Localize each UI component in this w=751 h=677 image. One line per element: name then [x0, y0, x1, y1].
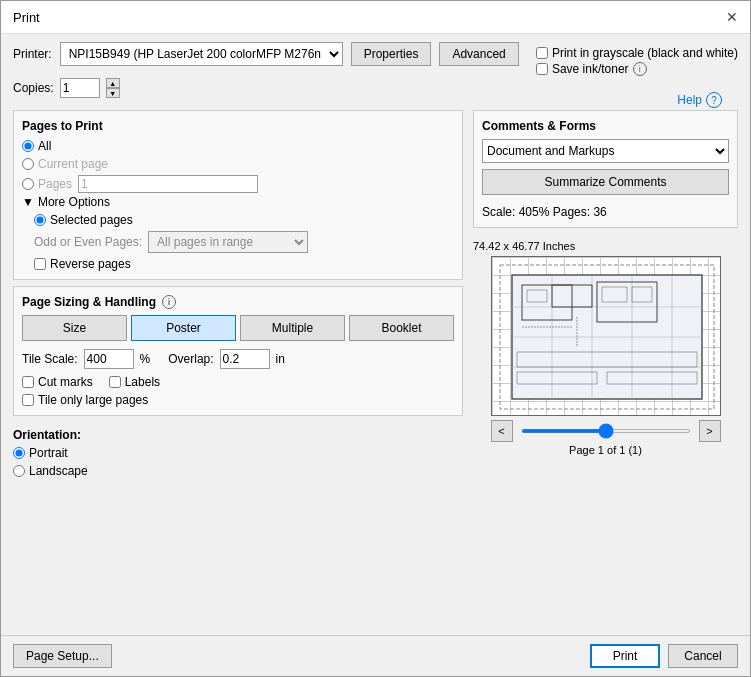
triangle-icon: ▼	[22, 195, 34, 209]
portrait-radio[interactable]	[13, 447, 25, 459]
size-button[interactable]: Size	[22, 315, 127, 341]
overlap-unit: in	[276, 352, 285, 366]
reverse-checkbox[interactable]	[34, 258, 46, 270]
preview-svg	[492, 257, 721, 416]
properties-button[interactable]: Properties	[351, 42, 432, 66]
portrait-label[interactable]: Portrait	[13, 446, 463, 460]
page-sizing-title: Page Sizing & Handling i	[22, 295, 454, 309]
next-button[interactable]: >	[699, 420, 721, 442]
summarize-button[interactable]: Summarize Comments	[482, 169, 729, 195]
printer-select[interactable]: NPI15B949 (HP LaserJet 200 colorMFP M276…	[60, 42, 343, 66]
printer-row: Printer: NPI15B949 (HP LaserJet 200 colo…	[13, 42, 519, 66]
top-controls: Printer: NPI15B949 (HP LaserJet 200 colo…	[13, 42, 738, 104]
landscape-text: Landscape	[29, 464, 88, 478]
tile-only-checkbox[interactable]	[22, 394, 34, 406]
booklet-button[interactable]: Booklet	[349, 315, 454, 341]
page-sizing-info-icon: i	[162, 295, 176, 309]
sizing-buttons: Size Poster Multiple Booklet	[22, 315, 454, 341]
odd-even-row: Odd or Even Pages: All pages in range	[34, 231, 454, 253]
more-options-label: More Options	[38, 195, 110, 209]
current-page-label[interactable]: Current page	[22, 157, 454, 171]
copies-label: Copies:	[13, 81, 54, 95]
save-ink-checkbox-label[interactable]: Save ink/toner i	[536, 62, 738, 76]
orientation-title: Orientation:	[13, 428, 463, 442]
labels-label[interactable]: Labels	[109, 375, 160, 389]
copies-up[interactable]: ▲	[106, 78, 120, 88]
pages-to-print-title: Pages to Print	[22, 119, 454, 133]
grayscale-label: Print in grayscale (black and white)	[552, 46, 738, 60]
save-ink-info-icon: i	[633, 62, 647, 76]
bottom-bar: Page Setup... Print Cancel	[1, 635, 750, 676]
overlap-label: Overlap:	[168, 352, 213, 366]
comments-select[interactable]: Document and Markups	[482, 139, 729, 163]
selected-pages-label[interactable]: Selected pages	[34, 213, 454, 227]
selected-pages-radio[interactable]	[34, 214, 46, 226]
current-page-label-text: Current page	[38, 157, 108, 171]
cut-marks-text: Cut marks	[38, 375, 93, 389]
navigation-row: < >	[491, 420, 721, 442]
pages-range-radio[interactable]	[22, 178, 34, 190]
preview-box	[491, 256, 721, 416]
advanced-button[interactable]: Advanced	[439, 42, 518, 66]
labels-text: Labels	[125, 375, 160, 389]
tile-only-label[interactable]: Tile only large pages	[22, 393, 454, 407]
all-pages-radio[interactable]	[22, 140, 34, 152]
scale-info: Scale: 405% Pages: 36	[482, 205, 729, 219]
page-setup-button[interactable]: Page Setup...	[13, 644, 112, 668]
cancel-button[interactable]: Cancel	[668, 644, 738, 668]
more-options-header[interactable]: ▼ More Options	[22, 195, 454, 209]
tile-scale-input[interactable]: 400	[84, 349, 134, 369]
multiple-button[interactable]: Multiple	[240, 315, 345, 341]
copies-down[interactable]: ▼	[106, 88, 120, 98]
labels-checkbox[interactable]	[109, 376, 121, 388]
poster-button[interactable]: Poster	[131, 315, 236, 341]
dialog-body: Printer: NPI15B949 (HP LaserJet 200 colo…	[1, 34, 750, 631]
help-label: Help	[677, 93, 702, 107]
pages-to-print-section: Pages to Print All Current page	[13, 110, 463, 280]
dialog-title: Print	[13, 10, 40, 25]
odd-even-select[interactable]: All pages in range	[148, 231, 308, 253]
orientation-radio-group: Portrait Landscape	[13, 446, 463, 478]
left-panel: Pages to Print All Current page	[13, 110, 463, 623]
comments-section: Comments & Forms Document and Markups Su…	[473, 110, 738, 228]
grayscale-checkbox-label[interactable]: Print in grayscale (black and white)	[536, 46, 738, 60]
all-pages-label[interactable]: All	[22, 139, 454, 153]
page-info: Page 1 of 1 (1)	[491, 444, 721, 456]
save-ink-checkbox[interactable]	[536, 63, 548, 75]
reverse-label: Reverse pages	[50, 257, 131, 271]
main-content: Pages to Print All Current page	[13, 110, 738, 623]
top-right-controls: Help ? Print in grayscale (black and whi…	[528, 42, 738, 104]
tile-scale-unit: %	[140, 352, 151, 366]
prev-button[interactable]: <	[491, 420, 513, 442]
pages-input[interactable]: 1	[78, 175, 258, 193]
copies-input[interactable]: 1	[60, 78, 100, 98]
preview-area: 74.42 x 46.77 Inches	[473, 240, 738, 456]
pages-label-text: Pages	[38, 177, 72, 191]
overlap-input[interactable]: 0.2	[220, 349, 270, 369]
all-label: All	[38, 139, 51, 153]
landscape-radio[interactable]	[13, 465, 25, 477]
bottom-right-buttons: Print Cancel	[590, 644, 738, 668]
close-button[interactable]: ✕	[726, 9, 738, 25]
cut-marks-checkbox[interactable]	[22, 376, 34, 388]
orientation-section: Orientation: Portrait Landscape	[13, 422, 463, 478]
top-left-controls: Printer: NPI15B949 (HP LaserJet 200 colo…	[13, 42, 519, 104]
tile-only-text: Tile only large pages	[38, 393, 148, 407]
printer-label: Printer:	[13, 47, 52, 61]
print-dialog: Print ✕ Printer: NPI15B949 (HP LaserJet …	[0, 0, 751, 677]
tile-scale-label: Tile Scale:	[22, 352, 78, 366]
copies-spinner: ▲ ▼	[106, 78, 120, 98]
copies-row: Copies: 1 ▲ ▼	[13, 78, 519, 98]
selected-pages-text: Selected pages	[50, 213, 133, 227]
pages-range-label[interactable]: Pages	[22, 177, 72, 191]
right-panel: Comments & Forms Document and Markups Su…	[473, 110, 738, 623]
page-sizing-title-text: Page Sizing & Handling	[22, 295, 156, 309]
landscape-label[interactable]: Landscape	[13, 464, 463, 478]
grayscale-checkbox[interactable]	[536, 47, 548, 59]
page-slider[interactable]	[521, 429, 691, 433]
help-link[interactable]: Help ?	[677, 92, 722, 108]
print-button[interactable]: Print	[590, 644, 660, 668]
more-options-content: Selected pages Odd or Even Pages: All pa…	[34, 213, 454, 271]
current-page-radio[interactable]	[22, 158, 34, 170]
cut-marks-label[interactable]: Cut marks	[22, 375, 93, 389]
